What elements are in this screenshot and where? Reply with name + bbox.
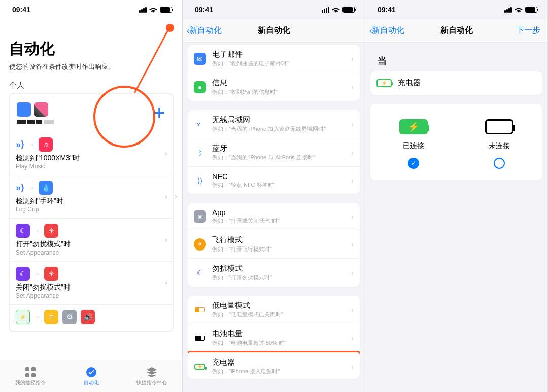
arrow-icon: → xyxy=(34,313,40,320)
nav-title: 新自动化 xyxy=(440,25,473,36)
trigger-title: 电池电量 xyxy=(212,329,351,339)
svg-rect-3 xyxy=(31,373,36,377)
automation-sub: Set Appearance xyxy=(16,292,166,299)
automation-item[interactable]: »⟩ → 💧 检测到"手环"时 Log Cup › xyxy=(10,175,173,219)
charger-options: ⚡ 已连接 ✓ 未连接 xyxy=(370,104,542,180)
automation-item[interactable]: »⟩ → ♫ 检测到"1000XM3"时 Play Music › xyxy=(10,132,173,175)
water-app-icon: 💧 xyxy=(39,181,53,195)
trigger-sub: 例如："打开勿扰模式时" xyxy=(212,274,351,281)
chevron-icon: › xyxy=(351,55,354,63)
automation-title: 检测到"1000XM3"时 xyxy=(16,154,166,163)
svg-rect-2 xyxy=(25,373,29,377)
chevron-icon: › xyxy=(351,83,354,91)
moon-icon: ☾ xyxy=(16,267,30,281)
trigger-title: 蓝牙 xyxy=(212,144,351,153)
option-label: 已连接 xyxy=(403,141,424,151)
chevron-icon: › xyxy=(175,192,177,201)
trigger-dnd[interactable]: ☾ 勿扰模式例如："打开勿扰模式时" › xyxy=(188,259,360,287)
tab-gallery[interactable]: 快捷指令中心 xyxy=(121,360,182,392)
chevron-icon: › xyxy=(165,278,167,288)
low-power-icon xyxy=(194,304,206,316)
svg-rect-0 xyxy=(25,367,29,371)
chevron-icon: › xyxy=(351,149,354,157)
automation-item[interactable]: ☾ → ☀ 打开"勿扰模式"时 Set Appearance › xyxy=(10,219,173,262)
trigger-low-power[interactable]: 低电量模式例如："低电量模式已关闭时" › xyxy=(188,296,360,324)
trigger-battery-level[interactable]: 电池电量例如："电池电量超过 50% 时" › xyxy=(188,324,360,352)
signal-icon xyxy=(322,7,329,13)
airplane-icon: ✈ xyxy=(194,238,206,251)
back-button[interactable]: ‹ 新自动化 xyxy=(187,25,222,36)
status-icons xyxy=(322,7,355,13)
chevron-icon: › xyxy=(351,306,354,314)
music-app-icon: ♫ xyxy=(39,137,53,152)
radio-selected[interactable]: ✓ xyxy=(408,158,419,169)
wifi-icon xyxy=(515,7,523,13)
trigger-messages[interactable]: ● 信息例如："收到妈妈的信息时" › xyxy=(188,73,360,101)
stack-icon xyxy=(146,366,158,378)
trigger-charger[interactable]: ⚡ 充电器例如："iPhone 接入电源时" › xyxy=(188,351,360,379)
tab-shortcuts[interactable]: 我的捷径指令 xyxy=(0,360,61,392)
battery-connected-icon: ⚡ xyxy=(399,119,428,134)
moon-icon: ☾ xyxy=(194,267,206,279)
trigger-wifi[interactable]: ᯤ 无线局域网例如："当我的 iPhone 加入家庭无线局域网时" › xyxy=(188,110,360,138)
nav-title: 新自动化 xyxy=(258,25,290,36)
trigger-sub: 例如："收到曲扬的电子邮件时" xyxy=(212,60,351,67)
clock-check-icon xyxy=(85,366,97,378)
status-icons xyxy=(139,7,172,13)
chevron-icon: › xyxy=(351,334,354,342)
automation-item[interactable]: ☾ → ☀ 关闭"勿扰模式"时 Set Appearance › xyxy=(10,262,173,305)
next-button[interactable]: 下一步 xyxy=(516,25,540,36)
chevron-icon: › xyxy=(351,269,354,277)
signal-icon xyxy=(504,7,512,13)
arrow-icon: → xyxy=(34,270,40,277)
app-icon: ▣ xyxy=(194,210,206,223)
trigger-sub: 例如："打开飞行模式时" xyxy=(212,245,351,253)
back-label: 新自动化 xyxy=(372,25,404,36)
bluetooth-signal-icon: »⟩ xyxy=(16,182,24,193)
trigger-app[interactable]: ▣ App例如："打开或关闭'天气'时" › xyxy=(188,203,360,230)
charger-icon: ⚡ xyxy=(16,310,30,324)
trigger-title: 勿扰模式 xyxy=(212,264,351,273)
trigger-title: 充电器 xyxy=(212,358,351,367)
time: 09:41 xyxy=(12,6,30,14)
arrow-icon: → xyxy=(28,184,35,191)
add-automation-button[interactable]: + xyxy=(153,101,165,125)
mail-icon: ✉ xyxy=(194,53,206,65)
message-icon: ● xyxy=(194,81,206,93)
trigger-sub: 例如："打开或关闭'天气'时" xyxy=(212,217,351,225)
automation-summary[interactable]: + › xyxy=(10,94,173,132)
trigger-email[interactable]: ✉ 电子邮件例如："收到曲扬的电子邮件时" › xyxy=(188,45,360,73)
automation-item[interactable]: ⚡ → ≡ ⚙ 🔊 xyxy=(10,305,173,331)
battery-icon xyxy=(160,7,172,13)
wifi-icon xyxy=(149,7,157,13)
trigger-bluetooth[interactable]: ᛒ 蓝牙例如："当我的 iPhone 与 AirPods 连接时" › xyxy=(188,138,360,167)
condition-label: 充电器 xyxy=(398,78,421,88)
battery-icon xyxy=(525,7,537,13)
radio-unselected[interactable] xyxy=(494,158,505,169)
trigger-sub: 例如："轻点 NFC 标签时" xyxy=(212,181,351,189)
chevron-icon: › xyxy=(165,149,167,158)
trigger-title: NFC xyxy=(212,172,351,181)
status-bar: 09:41 xyxy=(0,0,182,19)
back-button[interactable]: ‹ 新自动化 xyxy=(369,25,404,36)
option-connected[interactable]: ⚡ 已连接 ✓ xyxy=(399,119,428,169)
trigger-title: 无线局域网 xyxy=(212,115,351,125)
tab-automation[interactable]: 自动化 xyxy=(61,360,122,392)
option-disconnected[interactable]: 未连接 xyxy=(485,119,513,169)
tab-label: 自动化 xyxy=(84,379,99,386)
trigger-title: 电子邮件 xyxy=(212,50,351,59)
bluetooth-icon: ᛒ xyxy=(194,147,206,159)
chevron-icon: › xyxy=(351,120,354,128)
svg-rect-1 xyxy=(31,367,36,371)
chevron-icon: › xyxy=(351,363,354,371)
trigger-sub: 例如："收到妈妈的信息时" xyxy=(212,88,351,96)
gear-icon: ⚙ xyxy=(62,310,77,324)
trigger-title: 信息 xyxy=(212,78,351,88)
bluetooth-signal-icon: »⟩ xyxy=(16,139,24,150)
trigger-airplane[interactable]: ✈ 飞行模式例如："打开飞行模式时" › xyxy=(188,230,360,259)
automation-sub: Log Cup xyxy=(16,206,166,213)
automation-title: 打开"勿扰模式"时 xyxy=(16,240,166,249)
grid-icon xyxy=(24,366,37,378)
tab-label: 我的捷径指令 xyxy=(15,379,46,386)
trigger-nfc[interactable]: ⟩⟩ NFC例如："轻点 NFC 标签时" › xyxy=(188,167,360,194)
